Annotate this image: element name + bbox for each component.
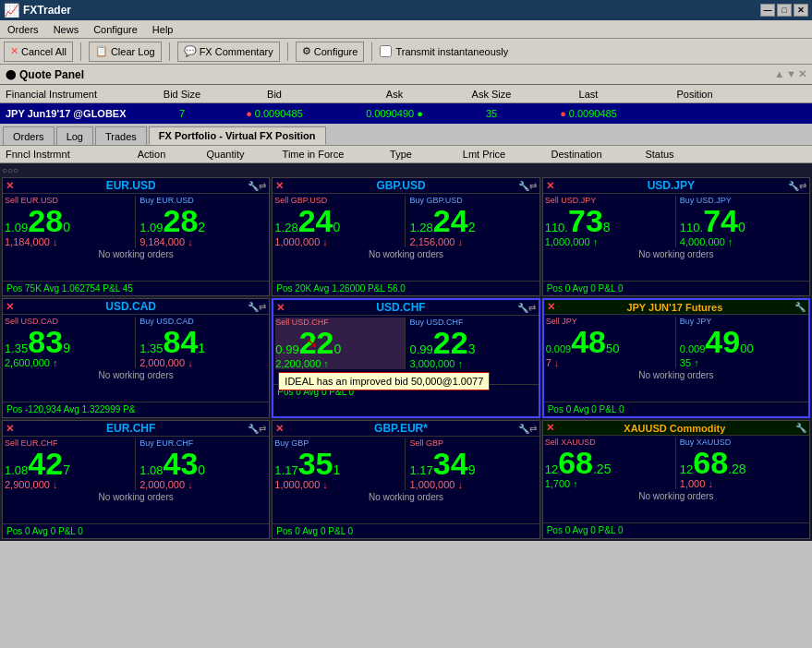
eur-usd-tool-icon[interactable]: 🔧 [248,181,259,191]
jpy-futures-footer: Pos 0 Avg 0 P&L 0 [544,402,808,416]
usd-chf-tool-icon[interactable]: 🔧 [517,303,528,313]
ask-dot: ● [417,108,423,119]
gbp-eur-sell-side[interactable]: Buy GBP 1.17 35 1 1,000,000 ↓ [274,438,405,490]
usd-jpy-tool-icon[interactable]: 🔧 [788,181,799,191]
xauusd-close[interactable]: ✕ [546,422,554,434]
qp-icon3[interactable]: ✕ [798,68,806,80]
menu-bar: Orders News Configure Help [0,20,812,39]
qp-icon2[interactable]: ▼ [786,68,796,80]
eur-chf-arrow-icon[interactable]: ⇄ [259,424,266,434]
jpy-futures-buy-side[interactable]: Buy JPY 0.009 49 00 35 ↑ [677,317,806,368]
usd-jpy-sell-side[interactable]: Sell USD.JPY 110. 73 8 1,000,000 ↑ [545,196,675,247]
xauusd-title: XAUUSD Commodity [554,423,795,434]
jpy-futures-sell-side[interactable]: Sell JPY 0.009 48 50 7 ↓ [546,317,675,368]
transmit-checkbox[interactable] [380,45,392,57]
instrument-ask-size: 35 [454,108,528,119]
gbp-eur-no-orders: No working orders [273,490,539,505]
tab-log[interactable]: Log [56,126,93,145]
col-lmt-price: Lmt Price [438,149,530,160]
gbp-usd-arrow-icon[interactable]: ⇄ [529,181,537,191]
usd-jpy-arrow-icon[interactable]: ⇄ [799,181,806,191]
currency-panels-container: ○○○ ✕ EUR.USD 🔧 ⇄ Sell EUR.USD 1.09 28 0 [0,163,812,541]
eur-chf-buy-side[interactable]: Buy EUR.CHF 1.08 43 0 2,000,000 ↓ [137,438,267,490]
gbp-usd-no-orders: No working orders [273,247,539,262]
panel-gbp-eur: ✕ GBP.EUR* 🔧 ⇄ Buy GBP 1.17 35 1 1,000,0… [272,420,539,539]
quote-panel-icon: ⬤ [6,69,16,79]
menu-help[interactable]: Help [145,22,181,37]
eur-chf-sell-side[interactable]: Sell EUR.CHF 1.08 42 7 2,900,000 ↓ [5,438,135,490]
app-icon: 📈 [4,3,19,18]
xauusd-buy-side[interactable]: Buy XAUUSD 12 68 .28 1,000 ↓ [677,438,807,489]
usd-cad-tool-icon[interactable]: 🔧 [248,302,259,312]
eur-chf-tool-icon[interactable]: 🔧 [248,424,259,434]
usd-jpy-close[interactable]: ✕ [546,180,554,192]
close-button[interactable]: ✕ [794,4,808,17]
panel-eur-chf: ✕ EUR.CHF 🔧 ⇄ Sell EUR.CHF 1.08 42 7 2,9… [2,420,270,539]
tab-fx-portfolio[interactable]: FX Portfolio - Virtual FX Position [149,126,326,145]
usd-cad-buy-side[interactable]: Buy USD.CAD 1.35 84 1 2,000,000 ↓ [137,317,267,368]
col-action: Action [115,149,188,160]
usd-jpy-buy-side[interactable]: Buy USD.JPY 110. 74 0 4,000,000 ↑ [677,196,807,247]
col-bid: Bid [214,89,334,100]
eur-usd-footer: Pos 75K Avg 1.062754 P&L 45 [3,281,269,295]
minimize-button[interactable]: — [760,4,775,17]
col-bid-size: Bid Size [150,89,214,100]
usd-chf-close[interactable]: ✕ [276,302,285,314]
col-time-in-force: Time in Force [262,149,364,160]
transmit-checkbox-label[interactable]: Transmit instantaneously [380,45,508,57]
clear-log-button[interactable]: 📋 Clear Log [89,42,162,62]
col-last: Last [528,89,648,100]
usd-chf-buy-side[interactable]: Buy USD.CHF 0.99 22 3 3,000,000 ↑ [406,318,536,369]
tab-orders[interactable]: Orders [3,126,55,145]
jpy-futures-close[interactable]: ✕ [547,301,555,313]
menu-configure[interactable]: Configure [86,22,145,37]
instrument-last: ● 0.0090485 [528,108,648,119]
usd-chf-sell-side[interactable]: Sell USD.CHF 0.99 22 0 2,200,000 ↑ [275,318,405,369]
configure-button[interactable]: ⚙ Configure [296,42,365,62]
xauusd-sell-side[interactable]: Sell XAUUSD 12 68 .25 1,700 ↑ [545,438,675,489]
eur-usd-close[interactable]: ✕ [6,180,14,192]
menu-orders[interactable]: Orders [0,22,46,37]
jpy-futures-tool-icon[interactable]: 🔧 [794,302,806,312]
gbp-eur-buy-side[interactable]: Sell GBP 1.17 34 9 1,000,000 ↓ [406,438,537,490]
panel-usd-chf: ✕ USD.CHF 🔧 ⇄ Sell USD.CHF 0.99 22 0 2,2… [272,298,539,418]
eur-usd-arrow-icon[interactable]: ⇄ [259,181,266,191]
gbp-eur-title: GBP.EUR* [284,422,517,435]
qp-icon1[interactable]: ▲ [774,68,784,80]
usd-cad-arrow-icon[interactable]: ⇄ [259,302,266,312]
gbp-eur-tool-icon[interactable]: 🔧 [518,424,529,434]
maximize-button[interactable]: □ [777,4,792,17]
usd-cad-sell-side[interactable]: Sell USD.CAD 1.35 83 9 2,600,000 ↑ [5,317,135,368]
eur-chf-close[interactable]: ✕ [6,423,14,435]
gbp-usd-buy-side[interactable]: Buy GBP.USD 1.28 24 2 2,156,000 ↓ [406,196,537,247]
gbp-eur-close[interactable]: ✕ [275,423,284,435]
menu-news[interactable]: News [46,22,87,37]
instrument-col-headers: Financial Instrument Bid Size Bid Ask As… [0,85,812,103]
col-quantity: Quantity [188,149,262,160]
eur-usd-buy-side[interactable]: Buy EUR.USD 1.09 28 2 9,184,000 ↓ [137,196,267,247]
clear-log-icon: 📋 [95,45,108,57]
col-ask-size: Ask Size [454,89,528,100]
usd-chf-arrow-indicator: ➘ [306,334,318,352]
jpy-futures-title: JPY JUN'17 Futures [555,302,794,313]
eur-usd-sell-side[interactable]: Sell EUR.USD 1.09 28 0 1,184,000 ↓ [5,196,135,247]
xauusd-tool-icon[interactable]: 🔧 [795,423,806,433]
gbp-usd-tool-icon[interactable]: 🔧 [518,181,529,191]
tab-trades[interactable]: Trades [95,126,147,145]
usd-chf-arrow-icon[interactable]: ⇄ [528,303,536,313]
currency-grid: ✕ EUR.USD 🔧 ⇄ Sell EUR.USD 1.09 28 0 1,1… [2,177,810,539]
bid-dot: ● [246,108,252,119]
usd-cad-title: USD.CAD [14,300,248,313]
fx-commentary-button[interactable]: 💬 FX Commentary [177,42,280,62]
gbp-eur-arrow-icon[interactable]: ⇄ [529,424,537,434]
panel-gbp-usd: ✕ GBP.USD 🔧 ⇄ Sell GBP.USD 1.28 24 0 1,0… [272,177,539,296]
panel-xauusd: ✕ XAUUSD Commodity 🔧 Sell XAUUSD 12 68 .… [542,420,810,539]
gbp-usd-close[interactable]: ✕ [275,180,284,192]
gbp-usd-sell-side[interactable]: Sell GBP.USD 1.28 24 0 1,000,000 ↓ [274,196,405,247]
jpy-futures-prices: Sell JPY 0.009 48 50 7 ↓ Buy JPY 0.009 4… [544,315,808,368]
orders-col-headers: Fnncl Instrmnt Action Quantity Time in F… [0,145,812,163]
cancel-all-button[interactable]: ✕ Cancel All [4,42,73,62]
usd-jpy-footer: Pos 0 Avg 0 P&L 0 [543,281,809,295]
usd-cad-close[interactable]: ✕ [6,301,14,313]
eur-usd-title: EUR.USD [14,179,248,192]
